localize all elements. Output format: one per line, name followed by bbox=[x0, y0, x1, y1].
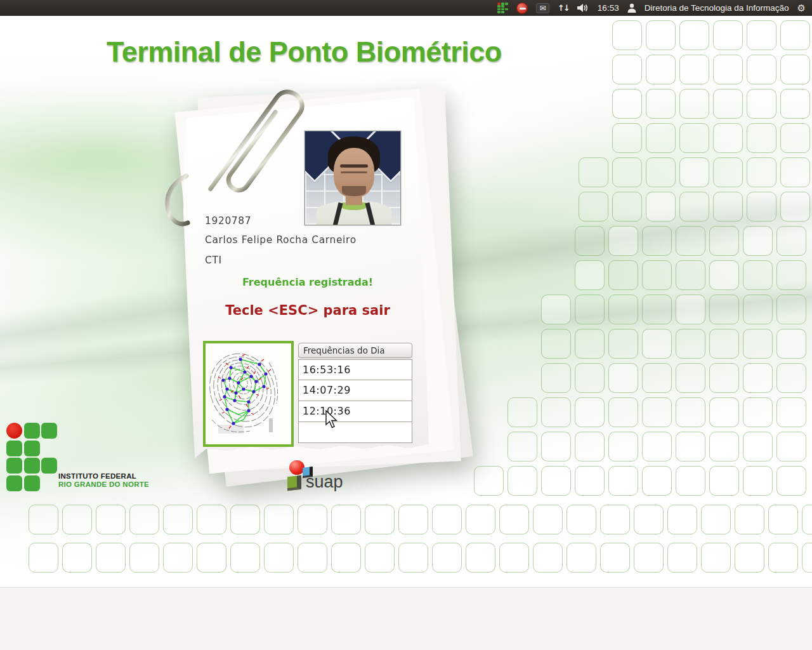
grid-square-decor bbox=[197, 505, 226, 534]
suap-logo: suap bbox=[284, 458, 360, 495]
do-not-disturb-icon[interactable] bbox=[516, 2, 528, 15]
user-icon[interactable] bbox=[627, 2, 636, 15]
grid-square-decor bbox=[667, 543, 697, 573]
grid-square-decor bbox=[608, 226, 638, 256]
grid-square-decor bbox=[735, 505, 764, 534]
grid-square-decor bbox=[608, 260, 638, 290]
grid-square-decor bbox=[743, 260, 773, 290]
grid-square-decor bbox=[747, 157, 776, 187]
grid-square-decor bbox=[776, 295, 806, 324]
grid-square-decor bbox=[29, 543, 58, 573]
grid-square-decor bbox=[642, 329, 672, 359]
grid-square-decor bbox=[709, 466, 739, 496]
grid-square-decor bbox=[776, 226, 806, 256]
volume-icon[interactable] bbox=[577, 2, 589, 15]
top-bar: ✉ ↑↓ 16:53 Diretoria de Tecnologia da In… bbox=[0, 0, 812, 16]
grid-square-decor bbox=[432, 505, 462, 534]
grid-square-decor bbox=[646, 192, 676, 222]
grid-square-decor bbox=[701, 505, 731, 534]
grid-square-decor bbox=[398, 543, 428, 573]
grid-square-decor bbox=[642, 466, 672, 496]
grid-square-decor bbox=[230, 505, 260, 534]
grid-square-decor bbox=[780, 20, 810, 50]
grid-square-decor bbox=[129, 543, 159, 573]
grid-square-decor bbox=[575, 432, 605, 461]
grid-square-decor bbox=[743, 397, 773, 427]
grid-square-decor bbox=[642, 226, 672, 256]
grid-square-decor bbox=[676, 329, 705, 359]
grid-square-decor bbox=[508, 466, 537, 496]
grid-square-decor bbox=[768, 505, 798, 534]
grid-square-decor bbox=[776, 397, 806, 427]
grid-square-decor bbox=[612, 192, 642, 222]
grid-square-decor bbox=[713, 20, 743, 50]
grid-square-decor bbox=[676, 397, 705, 427]
grid-square-decor bbox=[709, 226, 739, 256]
grid-square-decor bbox=[96, 543, 126, 573]
mouse-cursor bbox=[325, 410, 339, 429]
grid-square-decor bbox=[802, 543, 812, 573]
grid-square-decor bbox=[713, 89, 743, 119]
grid-square-decor bbox=[575, 363, 605, 393]
grid-square-decor bbox=[612, 123, 642, 153]
grid-square-decor bbox=[709, 329, 739, 359]
clock[interactable]: 16:53 bbox=[598, 3, 619, 13]
grid-square-decor bbox=[129, 505, 159, 534]
grid-square-decor bbox=[163, 505, 193, 534]
grid-square-decor bbox=[612, 55, 642, 84]
session-gear-icon[interactable]: ⚙ bbox=[797, 2, 806, 15]
grid-square-decor bbox=[365, 505, 395, 534]
grid-square-decor bbox=[676, 226, 705, 256]
grid-square-decor bbox=[608, 432, 638, 461]
grid-square-decor bbox=[62, 543, 92, 573]
grid-square-decor bbox=[743, 363, 773, 393]
grid-square-decor bbox=[679, 20, 709, 50]
grid-square-decor bbox=[709, 363, 739, 393]
grid-square-decor bbox=[579, 192, 608, 222]
grid-square-decor bbox=[575, 226, 605, 256]
grid-square-decor bbox=[676, 363, 705, 393]
paperclip-icon bbox=[199, 65, 325, 218]
grid-square-decor bbox=[709, 295, 739, 324]
grid-square-decor bbox=[566, 543, 596, 573]
grid-square-decor bbox=[634, 543, 664, 573]
grid-square-decor bbox=[646, 55, 676, 84]
grid-square-decor bbox=[709, 432, 739, 461]
grid-square-decor bbox=[608, 329, 638, 359]
grid-square-decor bbox=[646, 157, 676, 187]
grid-square-decor bbox=[747, 89, 776, 119]
grid-square-decor bbox=[747, 192, 776, 222]
grid-square-decor bbox=[747, 20, 776, 50]
grid-square-decor bbox=[579, 157, 608, 187]
grid-square-decor bbox=[776, 329, 806, 359]
session-user-label[interactable]: Diretoria de Tecnologia da Informação bbox=[645, 3, 789, 13]
grid-square-decor bbox=[541, 329, 571, 359]
grid-square-decor bbox=[600, 505, 630, 534]
grid-square-decor bbox=[776, 466, 806, 496]
grid-square-decor bbox=[780, 55, 810, 84]
grid-square-decor bbox=[713, 192, 743, 222]
grid-square-decor bbox=[608, 466, 638, 496]
grid-square-decor bbox=[780, 89, 810, 119]
grid-square-decor bbox=[735, 543, 764, 573]
mail-indicator-icon[interactable]: ✉ bbox=[536, 3, 549, 13]
grid-square-decor bbox=[642, 260, 672, 290]
grid-square-decor bbox=[163, 543, 193, 573]
grid-square-decor bbox=[713, 123, 743, 153]
grid-square-decor bbox=[575, 466, 605, 496]
grid-square-decor bbox=[743, 329, 773, 359]
grid-square-decor bbox=[533, 505, 563, 534]
grid-square-decor bbox=[533, 543, 563, 573]
employee-card: 1920787 Carlos Felipe Rocha Carneiro CTI… bbox=[164, 67, 475, 498]
ifrn-app-icon[interactable] bbox=[497, 2, 508, 15]
grid-square-decor bbox=[575, 397, 605, 427]
grid-square-decor bbox=[499, 543, 529, 573]
network-arrows-icon[interactable]: ↑↓ bbox=[558, 2, 569, 15]
grid-square-decor bbox=[709, 260, 739, 290]
grid-square-decor bbox=[634, 505, 664, 534]
grid-square-decor bbox=[780, 157, 810, 187]
grid-square-decor bbox=[646, 89, 676, 119]
grid-square-decor bbox=[642, 363, 672, 393]
grid-square-decor bbox=[331, 505, 361, 534]
grid-square-decor bbox=[575, 295, 605, 324]
